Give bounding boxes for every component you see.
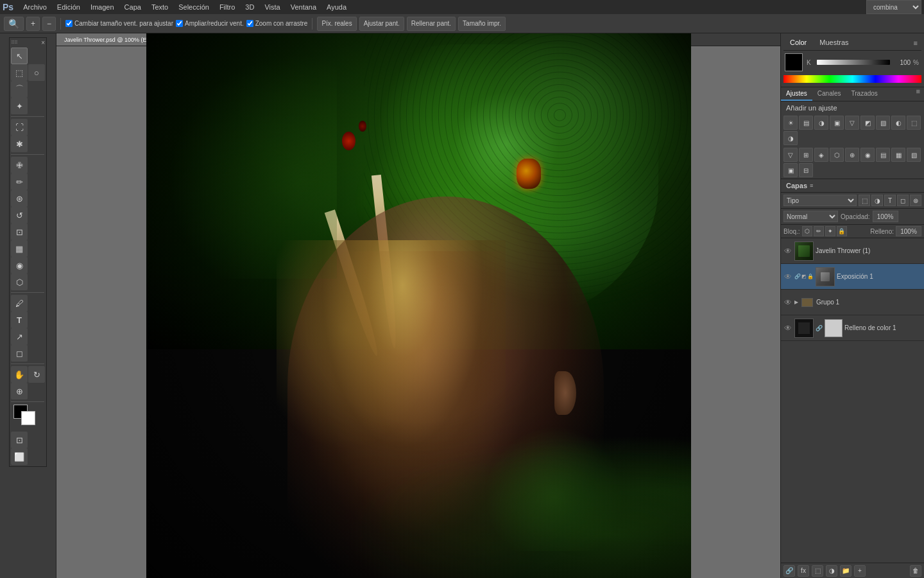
healing-brush-tool[interactable]: ✙ bbox=[11, 157, 28, 173]
layer-filter-pixel[interactable]: ⬚ bbox=[859, 195, 870, 206]
adj-hdr[interactable]: ▦ bbox=[891, 148, 905, 162]
move-tool[interactable]: ↖ bbox=[11, 48, 28, 64]
tab-muestras[interactable]: Muestras bbox=[813, 36, 855, 50]
lock-transparent[interactable]: ⬡ bbox=[802, 226, 812, 236]
layer-vis-0[interactable]: 👁 bbox=[783, 247, 792, 256]
menu-capa[interactable]: Capa bbox=[120, 2, 146, 12]
menu-seleccion[interactable]: Selección bbox=[174, 2, 214, 12]
adj-invert[interactable]: ⊞ bbox=[799, 148, 813, 162]
adj-brightness[interactable]: ☀ bbox=[783, 116, 798, 130]
menu-edicion[interactable]: Edición bbox=[53, 2, 85, 12]
rellenar-pant-btn[interactable]: Rellenar pant. bbox=[407, 17, 456, 31]
adj-tab-canales[interactable]: Canales bbox=[812, 87, 846, 101]
ajustar-pant-btn[interactable]: Ajustar pant. bbox=[359, 17, 404, 31]
tamano-impr-btn[interactable]: Tamaño impr. bbox=[458, 17, 506, 31]
check-ampliar[interactable]: Ampliar/reducir vent. bbox=[176, 20, 244, 27]
adj-channel-mixer[interactable]: ◑ bbox=[783, 131, 798, 145]
menu-archivo[interactable]: Archivo bbox=[19, 2, 51, 12]
adj-color-lookup[interactable]: ▽ bbox=[783, 148, 798, 162]
adj-color-balance[interactable]: ▧ bbox=[876, 116, 890, 130]
layer-vis-1[interactable]: 👁 bbox=[783, 272, 792, 281]
adj-tab-ajustes[interactable]: Ajustes bbox=[781, 87, 812, 101]
blend-mode-select[interactable]: Normal bbox=[783, 211, 838, 222]
lock-pixels[interactable]: ✏ bbox=[814, 226, 824, 236]
color-spectrum[interactable] bbox=[783, 75, 921, 83]
adj-curves[interactable]: ◑ bbox=[814, 116, 828, 130]
check-resize-input[interactable] bbox=[65, 20, 73, 27]
rotate-view-tool[interactable]: ↻ bbox=[28, 366, 45, 383]
layer-item-1[interactable]: 👁 🔗 ◩ 🔒 Exposición 1 bbox=[781, 264, 924, 290]
adj-exposure[interactable]: ▣ bbox=[830, 116, 844, 130]
check-ampliar-input[interactable] bbox=[176, 20, 183, 27]
check-zoom-arr-input[interactable] bbox=[246, 20, 253, 27]
zoom-tool-left[interactable]: ⊕ bbox=[11, 383, 28, 399]
layer-fx-btn[interactable]: fx bbox=[798, 565, 809, 577]
adj-variations[interactable]: ▧ bbox=[907, 148, 921, 162]
adj-posterize[interactable]: ◈ bbox=[814, 148, 828, 162]
adj-selective-color[interactable]: ◉ bbox=[860, 148, 875, 162]
layer-filter-smartobj[interactable]: ⊛ bbox=[910, 195, 921, 206]
fill-input[interactable] bbox=[896, 226, 921, 236]
layer-new-btn[interactable]: + bbox=[854, 565, 866, 577]
layer-link-btn[interactable]: 🔗 bbox=[783, 565, 795, 577]
layer-filter-adjustment[interactable]: ◑ bbox=[871, 195, 883, 206]
background-color[interactable] bbox=[21, 411, 35, 425]
blur-tool[interactable]: ◉ bbox=[11, 257, 28, 274]
menu-texto[interactable]: Texto bbox=[147, 2, 173, 12]
menu-vista[interactable]: Vista bbox=[260, 2, 284, 12]
layer-group-btn[interactable]: 📁 bbox=[840, 565, 851, 577]
layer-item-0[interactable]: 👁 Javelin Thrower (1) bbox=[781, 238, 924, 264]
art-canvas[interactable] bbox=[146, 33, 691, 578]
layer-vis-3[interactable]: 👁 bbox=[783, 324, 792, 333]
adj-bw[interactable]: ◐ bbox=[891, 116, 905, 130]
layer-filter-type[interactable]: T bbox=[884, 195, 896, 206]
gradient-tool[interactable]: ▦ bbox=[11, 240, 28, 257]
marquee-ellipse-tool[interactable]: ○ bbox=[28, 64, 45, 81]
k-slider[interactable] bbox=[817, 60, 890, 65]
layer-delete-btn[interactable]: 🗑 bbox=[910, 565, 921, 577]
marquee-rect-tool[interactable]: ⬚ bbox=[11, 64, 28, 81]
eyedropper-tool[interactable]: ✱ bbox=[11, 136, 28, 152]
zoom-tool-icon[interactable]: 🔍 bbox=[4, 17, 24, 31]
adj-levels[interactable]: ▤ bbox=[799, 116, 813, 130]
type-tool[interactable]: T bbox=[11, 311, 28, 328]
color-swatch-fg[interactable] bbox=[785, 53, 803, 71]
layer-mask-btn[interactable]: ⬚ bbox=[812, 565, 823, 577]
opacity-input[interactable] bbox=[873, 211, 898, 222]
menu-ayuda[interactable]: Ayuda bbox=[322, 2, 351, 12]
adj-desaturate[interactable]: ▣ bbox=[783, 163, 798, 177]
pix-reales-btn[interactable]: Píx. reales bbox=[317, 17, 356, 31]
eraser-tool[interactable]: ⊡ bbox=[11, 223, 28, 240]
shape-tool[interactable]: ◻ bbox=[11, 345, 28, 362]
adj-threshold[interactable]: ⬡ bbox=[830, 148, 844, 162]
clone-stamp-tool[interactable]: ⊛ bbox=[11, 190, 28, 207]
lasso-tool[interactable]: ⌒ bbox=[11, 81, 28, 98]
color-panel-more[interactable]: ≡ bbox=[910, 39, 921, 47]
crop-tool[interactable]: ⛶ bbox=[11, 119, 28, 136]
adj-gradient-map[interactable]: ⊕ bbox=[845, 148, 859, 162]
zoom-in-btn[interactable]: + bbox=[26, 17, 40, 31]
brush-tool[interactable]: ✏ bbox=[11, 173, 28, 190]
lock-position[interactable]: ✦ bbox=[825, 226, 835, 236]
lock-all[interactable]: 🔒 bbox=[837, 226, 847, 236]
adj-hsl[interactable]: ◩ bbox=[860, 116, 875, 130]
mode-select-top[interactable]: combina bbox=[866, 0, 921, 14]
screen-mode[interactable]: ⬜ bbox=[11, 448, 28, 465]
toolbox-close[interactable]: × bbox=[41, 39, 45, 46]
edit-quick-mask[interactable]: ⊡ bbox=[11, 432, 28, 448]
menu-ventana[interactable]: Ventana bbox=[286, 2, 321, 12]
menu-3d[interactable]: 3D bbox=[241, 2, 259, 12]
check-resize[interactable]: Cambiar tamaño vent. para ajustar bbox=[65, 20, 173, 27]
group-expand-arrow[interactable]: ▶ bbox=[794, 299, 798, 305]
adj-shadows-highlights[interactable]: ▤ bbox=[876, 148, 890, 162]
pen-tool[interactable]: 🖊 bbox=[11, 295, 28, 311]
layer-type-filter[interactable]: Tipo bbox=[783, 195, 857, 206]
adj-tab-trazados[interactable]: Trazados bbox=[846, 87, 883, 101]
layers-panel-more[interactable]: ≡ bbox=[810, 182, 813, 189]
tab-color[interactable]: Color bbox=[783, 36, 813, 50]
layer-vis-2[interactable]: 👁 bbox=[783, 298, 792, 307]
layer-filter-shape[interactable]: ◻ bbox=[897, 195, 909, 206]
history-brush-tool[interactable]: ↺ bbox=[11, 207, 28, 223]
adj-vibrance[interactable]: ▽ bbox=[845, 116, 859, 130]
check-zoom-arr[interactable]: Zoom con arrastre bbox=[246, 20, 308, 27]
